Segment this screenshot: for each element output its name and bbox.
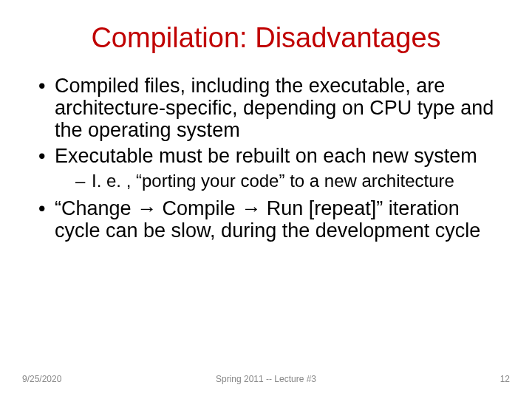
bullet-item-2: Executable must be rebuilt on each new s… xyxy=(35,145,497,191)
bullet-3-part-2: Compile xyxy=(157,197,241,219)
bullet-item-3: “Change → Compile → Run [repeat]” iterat… xyxy=(35,197,497,242)
arrow-icon: → xyxy=(137,197,157,219)
bullet-item-2-text: Executable must be rebuilt on each new s… xyxy=(55,145,477,167)
footer-date: 9/25/2020 xyxy=(22,374,61,384)
slide-title: Compilation: Disadvantages xyxy=(35,22,497,54)
footer-center: Spring 2011 -- Lecture #3 xyxy=(0,374,532,384)
bullet-item-1: Compiled files, including the executable… xyxy=(35,75,497,142)
sub-bullet-list: I. e. , “porting your code” to a new arc… xyxy=(55,171,497,191)
slide: Compilation: Disadvantages Compiled file… xyxy=(0,0,532,399)
footer-page-number: 12 xyxy=(500,374,510,384)
bullet-3-part-1: “Change xyxy=(55,197,137,219)
sub-bullet-item-1: I. e. , “porting your code” to a new arc… xyxy=(55,171,497,191)
arrow-icon: → xyxy=(241,197,261,219)
footer: 9/25/2020 Spring 2011 -- Lecture #3 12 xyxy=(0,374,532,384)
bullet-list: Compiled files, including the executable… xyxy=(35,75,497,242)
